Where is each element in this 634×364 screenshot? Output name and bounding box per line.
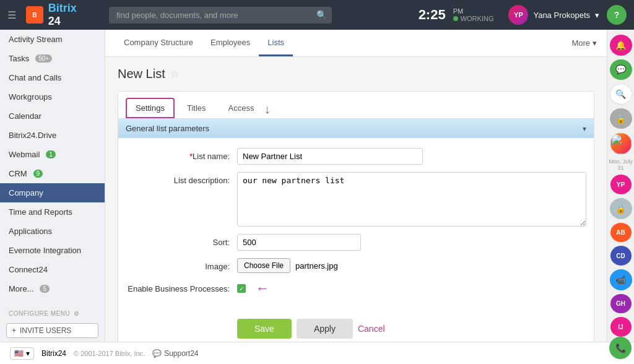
sidebar-item-chat[interactable]: Chat and Calls (0, 68, 105, 87)
lock-button[interactable]: 🔒 (610, 108, 632, 129)
avatar-4[interactable]: GH (610, 294, 632, 314)
chevron-down-icon: ▾ (593, 38, 597, 48)
sidebar-item-label: Evernote Integration (9, 246, 81, 255)
hamburger-icon[interactable]: ☰ (7, 9, 16, 21)
sort-input[interactable] (237, 234, 361, 251)
sidebar-item-applications[interactable]: Applications (0, 222, 105, 241)
notification-bell-button[interactable]: 🔔 (610, 35, 632, 56)
bottom-logo: Bitrix24 (41, 349, 66, 358)
section-title: General list parameters (126, 124, 209, 133)
logo-text: Bitrix 24 (48, 2, 92, 28)
tasks-badge: 50+ (35, 54, 52, 63)
list-name-input[interactable] (237, 148, 423, 165)
subnav-more[interactable]: More ▾ (571, 38, 597, 48)
search-input[interactable] (109, 7, 332, 24)
invite-users-button[interactable]: + INVITE USERS (6, 323, 98, 338)
sidebar-item-more[interactable]: More... 5 (0, 279, 105, 298)
sidebar-item-time-reports[interactable]: Time and Reports (0, 202, 105, 222)
sort-row: Sort: (126, 234, 586, 251)
copyright: © 2001-2017 Bitrix, Inc. (74, 350, 145, 357)
topbar: ☰ B Bitrix 24 🔍 2:25 PM WORKING YP Yana … (0, 0, 634, 30)
sidebar-item-connect24[interactable]: Connect24 (0, 260, 105, 279)
avatar-3[interactable]: CD (610, 246, 632, 266)
configure-menu-label[interactable]: CONFIGURE MENU ⚙ (0, 305, 105, 319)
star-icon[interactable]: ☆ (170, 68, 179, 80)
choose-file-button[interactable]: Choose File (237, 258, 290, 273)
sidebar-item-label: Workgroups (9, 92, 52, 102)
sidebar-item-label: Bitrix24.Drive (9, 131, 56, 140)
support-link[interactable]: 💬 Support24 (152, 349, 198, 358)
image-label: Image: (126, 258, 237, 271)
user-name: Yana Prokopets (533, 11, 590, 20)
sidebar-item-webmail[interactable]: Webmail 1 (0, 145, 105, 164)
sub-nav: Company Structure Employees Lists More ▾ (105, 30, 607, 57)
more-options-button[interactable] (610, 132, 632, 155)
tab-titles[interactable]: Titles (177, 98, 216, 118)
logo[interactable]: ☰ B Bitrix 24 (0, 2, 99, 28)
tab-settings[interactable]: Settings (126, 98, 175, 118)
webmail-badge: 1 (46, 150, 56, 158)
subnav-company-structure[interactable]: Company Structure (115, 30, 202, 56)
subnav-employees[interactable]: Employees (202, 30, 259, 56)
sidebar-item-workgroups[interactable]: Workgroups (0, 87, 105, 106)
sidebar-item-activity-stream[interactable]: Activity Stream (0, 30, 105, 49)
tab-access[interactable]: Access (219, 98, 264, 118)
sidebar-item-tasks[interactable]: Tasks 50+ (0, 49, 105, 68)
sidebar-item-evernote[interactable]: Evernote Integration (0, 241, 105, 260)
lock2-button[interactable]: 🔒 (610, 198, 632, 219)
avatar-5[interactable]: IJ (610, 317, 632, 337)
page-title-row: New List ☆ (118, 67, 594, 81)
date-label: Mon, July 31 (607, 158, 634, 171)
save-button[interactable]: Save (237, 319, 292, 339)
configure-icon: ⚙ (74, 310, 80, 317)
action-row: Save Apply Cancel (118, 314, 594, 342)
main-layout: Activity Stream Tasks 50+ Chat and Calls… (0, 30, 634, 342)
phone-button[interactable]: 📞 (609, 337, 632, 342)
sidebar-item-crm[interactable]: CRM 9 (0, 164, 105, 183)
user-avatar: YP (508, 5, 528, 25)
list-desc-row: List description: (126, 172, 586, 227)
sidebar-item-drive[interactable]: Bitrix24.Drive (0, 126, 105, 145)
right-sidebar: 🔔 💬 🔍 🔒 Mon, July 31 YP 🔒 AB CD 📹 GH IJ … (607, 30, 634, 342)
sidebar-item-company[interactable]: Company (0, 183, 105, 202)
cancel-button[interactable]: Cancel (358, 324, 385, 334)
chat-button[interactable]: 💬 (610, 59, 632, 80)
avatar-2[interactable]: AB (610, 223, 632, 243)
plus-icon: + (12, 326, 16, 335)
working-status: WORKING (453, 15, 494, 22)
user-menu[interactable]: YP Yana Prokopets ▾ (501, 5, 607, 25)
sidebar-item-label: Chat and Calls (9, 73, 61, 82)
language-selector[interactable]: 🇺🇸 ▾ (10, 347, 34, 360)
sidebar-item-label: Applications (9, 227, 52, 236)
bp-checkbox-row: ← (237, 280, 269, 297)
time-display: 2:25 (419, 7, 446, 23)
avatar-1[interactable]: YP (610, 175, 632, 194)
sidebar-item-label: Time and Reports (9, 207, 72, 217)
help-button[interactable]: ? (607, 5, 627, 25)
file-input-row: Choose File partners.jpg (237, 258, 338, 273)
form-body: *List name: List description: Sort: (118, 138, 594, 314)
sidebar-item-label: Activity Stream (9, 35, 63, 44)
working-dot (453, 16, 458, 21)
time-area: 2:25 PM WORKING (419, 7, 502, 23)
sidebar-item-label: Connect24 (9, 265, 48, 274)
list-desc-textarea[interactable] (237, 172, 586, 227)
search-button[interactable]: 🔍 (316, 10, 327, 20)
page-title: New List (118, 67, 165, 81)
bottom-bar: 🇺🇸 ▾ Bitrix24 © 2001-2017 Bitrix, Inc. 💬… (0, 342, 634, 364)
bp-checkbox[interactable] (237, 284, 246, 293)
video-button[interactable]: 📹 (610, 269, 632, 290)
list-desc-label: List description: (126, 172, 237, 185)
user-dropdown-icon: ▾ (595, 11, 599, 20)
sidebar-item-label: Company (9, 188, 43, 197)
list-name-row: *List name: (126, 148, 586, 165)
section-header: General list parameters ▾ (118, 119, 594, 138)
collapse-button[interactable]: ▾ (583, 124, 586, 133)
content-area: Company Structure Employees Lists More ▾… (105, 30, 607, 342)
notification-image (610, 133, 632, 154)
apply-button[interactable]: Apply (297, 319, 353, 339)
sidebar-item-label: Webmail (9, 150, 40, 159)
subnav-lists[interactable]: Lists (259, 30, 293, 56)
search-button-right[interactable]: 🔍 (610, 84, 632, 105)
sidebar-item-calendar[interactable]: Calendar (0, 106, 105, 126)
